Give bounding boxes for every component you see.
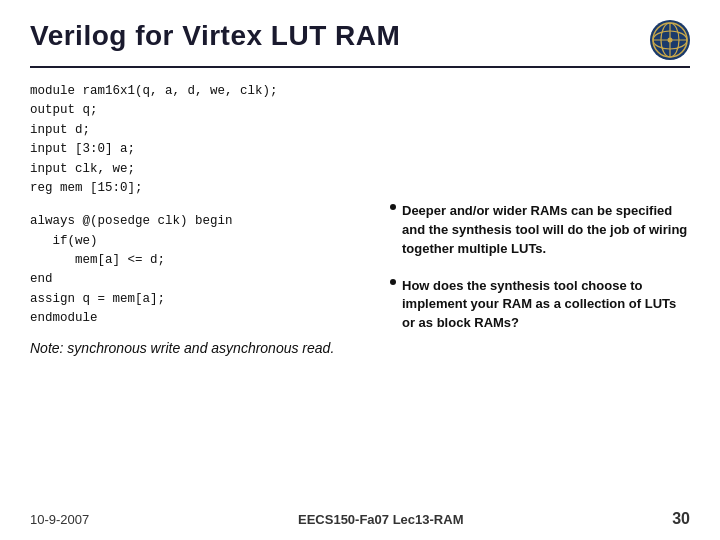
bullet-dot-1 <box>390 204 396 210</box>
footer-page: 30 <box>672 510 690 528</box>
footer-course: EECS150-Fa07 Lec13-RAM <box>298 512 463 527</box>
code-section-1: module ram16x1(q, a, d, we, clk); output… <box>30 82 370 198</box>
bullet-text-1: Deeper and/or wider RAMs can be specifie… <box>402 202 690 259</box>
bullet-dot-2 <box>390 279 396 285</box>
footer-date: 10-9-2007 <box>30 512 89 527</box>
note-text: Note: synchronous write and asynchronous… <box>30 339 370 359</box>
slide-container: Verilog for Virtex LUT RAM module ram16x… <box>0 0 720 540</box>
content-area: module ram16x1(q, a, d, we, clk); output… <box>30 82 690 358</box>
bullet-item-1: Deeper and/or wider RAMs can be specifie… <box>390 202 690 259</box>
title-underline <box>30 66 690 68</box>
bullet-list: Deeper and/or wider RAMs can be specifie… <box>390 202 690 333</box>
logo <box>650 20 690 60</box>
footer: 10-9-2007 EECS150-Fa07 Lec13-RAM 30 <box>30 510 690 528</box>
left-panel: module ram16x1(q, a, d, we, clk); output… <box>30 82 370 358</box>
bullet-text-2: How does the synthesis tool choose to im… <box>402 277 690 334</box>
code-section-2: always @(posedge clk) begin if(we) mem[a… <box>30 212 370 328</box>
bullet-item-2: How does the synthesis tool choose to im… <box>390 277 690 334</box>
right-panel: Deeper and/or wider RAMs can be specifie… <box>390 82 690 358</box>
header-area: Verilog for Virtex LUT RAM <box>30 20 690 60</box>
slide-title: Verilog for Virtex LUT RAM <box>30 20 400 52</box>
